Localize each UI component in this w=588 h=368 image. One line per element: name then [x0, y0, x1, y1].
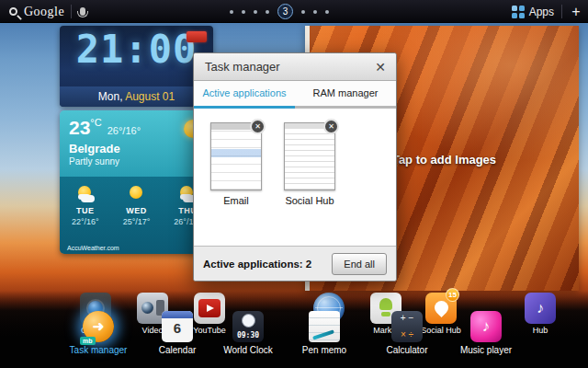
- tray-label: Calculator: [375, 345, 439, 355]
- shortcut-label: Hub: [513, 326, 568, 335]
- tray-item-calendar[interactable]: 6 Calendar: [145, 311, 209, 355]
- weather-source: AccuWeather.com: [67, 245, 119, 251]
- clock-date: Mon, August 01: [60, 86, 213, 107]
- page-dot[interactable]: [242, 10, 245, 14]
- active-applications-count: Active applications: 2: [203, 259, 311, 270]
- digital-clock-widget[interactable]: 21:00 Mon, August 01: [60, 26, 213, 107]
- google-logo: Google: [24, 5, 64, 19]
- hub-icon: [525, 293, 556, 324]
- active-applications-list: ✕ Email ✕ Social Hub: [194, 109, 396, 217]
- page-dot[interactable]: [266, 10, 269, 14]
- tab-active-applications[interactable]: Active applications: [194, 81, 295, 109]
- sun-cloud-icon: [76, 185, 95, 203]
- add-shortcut-button[interactable]: +: [570, 2, 582, 22]
- calculator-icon: [391, 311, 423, 342]
- page-dot[interactable]: [230, 10, 233, 14]
- tray-item-task-manager[interactable]: mb Task manager: [66, 311, 130, 355]
- world-clock-icon: 09:30: [232, 311, 264, 342]
- shortcut-hub[interactable]: Hub: [513, 293, 568, 335]
- dialog-header: Task manager ✕: [194, 53, 396, 81]
- forecast-day: WED 25°/17°: [111, 185, 163, 254]
- tray-item-pen-memo[interactable]: Pen memo: [292, 311, 356, 355]
- clock-date-text: August 01: [122, 90, 175, 103]
- forecast-high-low: 22°/16°: [60, 217, 111, 226]
- close-app-icon[interactable]: ✕: [250, 119, 266, 134]
- forecast-day-label: WED: [111, 206, 163, 215]
- weather-temp: 23: [69, 117, 90, 138]
- home-screen: Google 3 Apps + 21:00 Mon, Augus: [0, 0, 588, 368]
- clock-day: Mon,: [98, 90, 123, 103]
- tray-item-music-player[interactable]: Music player: [454, 311, 518, 355]
- weather-forecast: TUE 22°/16° WED 25°/17° THU 26°/17° Accu…: [60, 177, 213, 254]
- tab-ram-manager[interactable]: RAM manager: [295, 81, 396, 109]
- calendar-icon: 6: [162, 311, 193, 342]
- weather-current: 23°C26°/16° Belgrade Partly sunny: [60, 110, 213, 177]
- tray-item-world-clock[interactable]: 09:30 World Clock: [216, 311, 280, 355]
- music-player-icon: [470, 311, 502, 342]
- statusbar-right: Apps +: [512, 0, 582, 23]
- tray-label: Task manager: [66, 345, 130, 355]
- app-card-social-hub[interactable]: ✕ Social Hub: [280, 120, 339, 206]
- forecast-high-low: 25°/17°: [111, 217, 163, 226]
- dialog-tabs: Active applications RAM manager: [194, 81, 396, 109]
- app-name: Social Hub: [280, 195, 339, 206]
- page-dot[interactable]: [254, 10, 257, 14]
- page-indicator: 3: [230, 0, 329, 23]
- pen-memo-icon: [309, 311, 340, 342]
- task-manager-dialog: Task manager ✕ Active applications RAM m…: [193, 52, 397, 282]
- sun-icon: [128, 185, 146, 203]
- end-all-button[interactable]: End all: [332, 253, 387, 275]
- current-page-indicator[interactable]: 3: [277, 4, 293, 19]
- page-dot[interactable]: [301, 10, 305, 14]
- mb-badge: mb: [80, 337, 96, 345]
- weather-city: Belgrade: [69, 142, 204, 155]
- close-app-icon[interactable]: ✕: [323, 119, 339, 134]
- weather-temp-unit: °C: [90, 117, 101, 128]
- calendar-date-number: 6: [162, 320, 193, 336]
- tray-label: Calendar: [145, 345, 209, 355]
- apps-grid-icon: [512, 6, 525, 18]
- tray-label: World Clock: [216, 345, 280, 355]
- weather-condition: Partly sunny: [69, 156, 204, 167]
- forecast-day: TUE 22°/16°: [60, 185, 111, 254]
- apps-button-label: Apps: [529, 6, 554, 18]
- dialog-footer: Active applications: 2 End all: [194, 246, 396, 281]
- tray-item-calculator[interactable]: Calculator: [375, 311, 439, 355]
- divider: [561, 5, 562, 18]
- close-icon[interactable]: ✕: [370, 57, 390, 77]
- microphone-icon[interactable]: [80, 7, 85, 16]
- notification-badge: 15: [446, 288, 459, 302]
- google-search-widget[interactable]: Google: [6, 0, 89, 23]
- dialog-title: Task manager: [194, 53, 396, 81]
- app-name: Email: [207, 195, 266, 206]
- weather-widget[interactable]: 23°C26°/16° Belgrade Partly sunny TUE 22…: [60, 110, 213, 254]
- page-dot[interactable]: [325, 10, 329, 14]
- app-card-email[interactable]: ✕ Email: [207, 120, 266, 206]
- tray-label: Music player: [454, 345, 518, 355]
- divider: [71, 5, 72, 18]
- forecast-day-label: TUE: [60, 206, 111, 215]
- page-dot[interactable]: [313, 10, 317, 14]
- status-bar: Google 3 Apps +: [0, 0, 588, 23]
- search-icon: [9, 7, 17, 16]
- weather-high-low: 26°/16°: [107, 125, 141, 136]
- clock-alarm-badge: [187, 31, 207, 42]
- world-clock-time: 09:30: [232, 331, 264, 339]
- task-manager-icon: mb: [83, 311, 114, 342]
- apps-button[interactable]: Apps: [512, 6, 554, 18]
- tray-label: Pen memo: [292, 345, 356, 355]
